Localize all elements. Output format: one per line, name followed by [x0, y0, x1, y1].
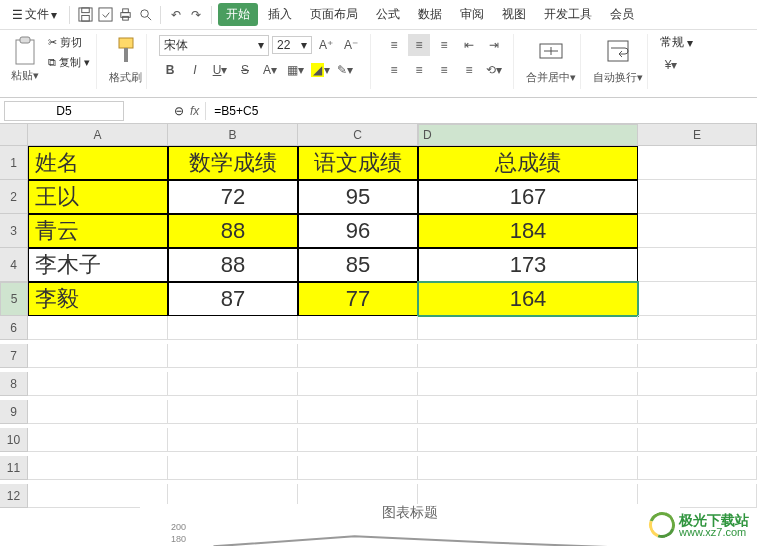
cell-B9[interactable]: [168, 400, 298, 424]
cell-D1[interactable]: 总成绩: [418, 146, 638, 180]
row-header-8[interactable]: 8: [0, 372, 28, 396]
cell-E11[interactable]: [638, 456, 757, 480]
row-header-12[interactable]: 12: [0, 484, 28, 508]
wrap-icon[interactable]: [603, 34, 633, 68]
col-header-E[interactable]: E: [638, 124, 757, 146]
cell-C11[interactable]: [298, 456, 418, 480]
cell-E9[interactable]: [638, 400, 757, 424]
tab-公式[interactable]: 公式: [368, 3, 408, 26]
cell-E3[interactable]: [638, 214, 757, 248]
cell-C5[interactable]: 77: [298, 282, 418, 316]
cell-E10[interactable]: [638, 428, 757, 452]
tab-会员[interactable]: 会员: [602, 3, 642, 26]
fx-icon[interactable]: fx: [190, 104, 199, 118]
cell-C1[interactable]: 语文成绩: [298, 146, 418, 180]
cell-D8[interactable]: [418, 372, 638, 396]
cell-D5[interactable]: 164: [418, 282, 638, 316]
underline-button[interactable]: U▾: [209, 59, 231, 81]
cell-B4[interactable]: 88: [168, 248, 298, 282]
cell-A1[interactable]: 姓名: [28, 146, 168, 180]
cell-E5[interactable]: [638, 282, 757, 316]
row-header-11[interactable]: 11: [0, 456, 28, 480]
strikethrough-button[interactable]: S: [234, 59, 256, 81]
cell-C7[interactable]: [298, 344, 418, 368]
cell-A10[interactable]: [28, 428, 168, 452]
borders-button[interactable]: ▦▾: [284, 59, 306, 81]
indent-right-icon[interactable]: ⇥: [483, 34, 505, 56]
tab-审阅[interactable]: 审阅: [452, 3, 492, 26]
format-painter-icon[interactable]: [111, 34, 141, 68]
italic-button[interactable]: I: [184, 59, 206, 81]
increase-font-icon[interactable]: A⁺: [315, 34, 337, 56]
align-bottom-icon[interactable]: ≡: [433, 34, 455, 56]
cut-button[interactable]: ✂剪切: [46, 34, 92, 51]
row-header-10[interactable]: 10: [0, 428, 28, 452]
cell-C8[interactable]: [298, 372, 418, 396]
fill-color-button[interactable]: ◢▾: [309, 59, 331, 81]
font-color-button[interactable]: A▾: [259, 59, 281, 81]
print-icon[interactable]: [116, 6, 134, 24]
cell-C6[interactable]: [298, 316, 418, 340]
align-middle-icon[interactable]: ≡: [408, 34, 430, 56]
col-header-D[interactable]: D: [418, 124, 638, 146]
merge-icon[interactable]: [536, 34, 566, 68]
cell-D11[interactable]: [418, 456, 638, 480]
cell-C3[interactable]: 96: [298, 214, 418, 248]
tab-开始[interactable]: 开始: [218, 3, 258, 26]
cell-B8[interactable]: [168, 372, 298, 396]
tab-页面布局[interactable]: 页面布局: [302, 3, 366, 26]
cell-A2[interactable]: 王以: [28, 180, 168, 214]
zoom-icon[interactable]: ⊖: [174, 104, 184, 118]
undo-icon[interactable]: ↶: [167, 6, 185, 24]
cell-B7[interactable]: [168, 344, 298, 368]
col-header-B[interactable]: B: [168, 124, 298, 146]
align-center-icon[interactable]: ≡: [408, 59, 430, 81]
cell-D7[interactable]: [418, 344, 638, 368]
cell-E4[interactable]: [638, 248, 757, 282]
justify-icon[interactable]: ≡: [458, 59, 480, 81]
number-format-label[interactable]: 常规: [660, 34, 684, 51]
indent-left-icon[interactable]: ⇤: [458, 34, 480, 56]
cell-A8[interactable]: [28, 372, 168, 396]
row-header-1[interactable]: 1: [0, 146, 28, 180]
cell-B1[interactable]: 数学成绩: [168, 146, 298, 180]
cell-D6[interactable]: [418, 316, 638, 340]
cell-C10[interactable]: [298, 428, 418, 452]
cell-E1[interactable]: [638, 146, 757, 180]
redo-icon[interactable]: ↷: [187, 6, 205, 24]
cell-D3[interactable]: 184: [418, 214, 638, 248]
cell-C9[interactable]: [298, 400, 418, 424]
cell-A3[interactable]: 青云: [28, 214, 168, 248]
cell-A11[interactable]: [28, 456, 168, 480]
font-name-select[interactable]: 宋体▾: [159, 35, 269, 56]
currency-icon[interactable]: ¥▾: [660, 54, 682, 76]
copy-button[interactable]: ⧉复制▾: [46, 54, 92, 71]
row-header-3[interactable]: 3: [0, 214, 28, 248]
file-menu[interactable]: ☰ 文件 ▾: [6, 4, 63, 25]
col-header-A[interactable]: A: [28, 124, 168, 146]
col-header-C[interactable]: C: [298, 124, 418, 146]
cell-B5[interactable]: 87: [168, 282, 298, 316]
cell-E7[interactable]: [638, 344, 757, 368]
cell-A5[interactable]: 李毅: [28, 282, 168, 316]
clear-format-button[interactable]: ✎▾: [334, 59, 356, 81]
spreadsheet-grid[interactable]: A B C D E 1姓名数学成绩语文成绩总成绩2王以72951673青云889…: [0, 124, 757, 512]
row-header-4[interactable]: 4: [0, 248, 28, 282]
cell-C4[interactable]: 85: [298, 248, 418, 282]
cell-A9[interactable]: [28, 400, 168, 424]
name-box[interactable]: [4, 101, 124, 121]
orientation-icon[interactable]: ⟲▾: [483, 59, 505, 81]
cell-B3[interactable]: 88: [168, 214, 298, 248]
row-header-6[interactable]: 6: [0, 316, 28, 340]
align-top-icon[interactable]: ≡: [383, 34, 405, 56]
align-left-icon[interactable]: ≡: [383, 59, 405, 81]
row-header-9[interactable]: 9: [0, 400, 28, 424]
decrease-font-icon[interactable]: A⁻: [340, 34, 362, 56]
align-right-icon[interactable]: ≡: [433, 59, 455, 81]
chart[interactable]: 图表标题 020406080100120140160180200: [140, 504, 680, 546]
paste-icon[interactable]: [10, 34, 40, 68]
formula-input[interactable]: [205, 102, 505, 120]
cell-B10[interactable]: [168, 428, 298, 452]
cell-A7[interactable]: [28, 344, 168, 368]
cell-B2[interactable]: 72: [168, 180, 298, 214]
